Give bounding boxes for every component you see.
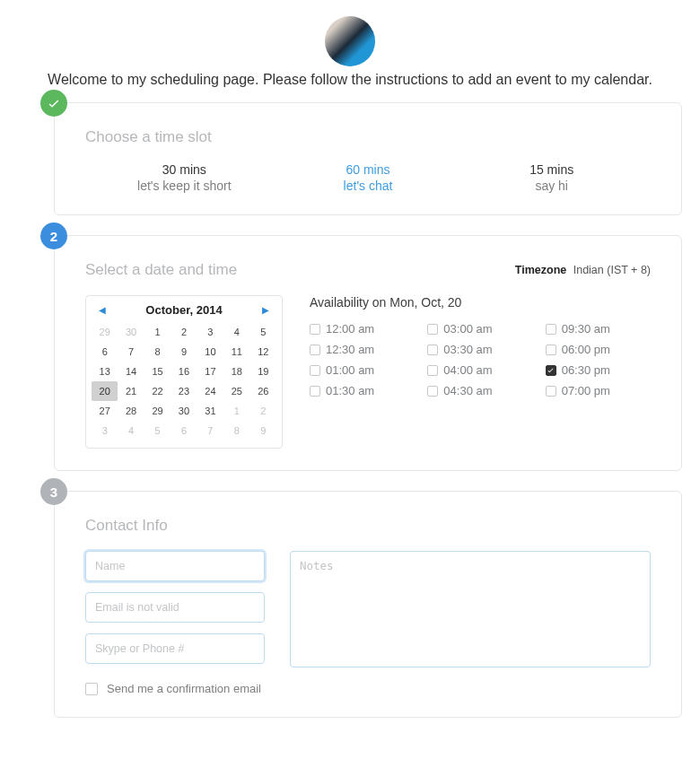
calendar-day[interactable]: 25 — [223, 381, 249, 401]
calendar-day[interactable]: 1 — [223, 401, 249, 421]
time-label: 03:30 am — [443, 343, 492, 356]
calendar-next-icon[interactable]: ▶ — [258, 305, 273, 315]
calendar-day[interactable]: 2 — [171, 322, 197, 342]
calendar-day[interactable]: 2 — [250, 401, 276, 421]
time-option[interactable]: 04:00 am — [427, 363, 532, 377]
calendar-day[interactable]: 6 — [92, 342, 118, 362]
calendar-day[interactable]: 24 — [197, 381, 223, 401]
calendar-day[interactable]: 4 — [223, 322, 249, 342]
confirmation-checkbox[interactable]: Send me a confirmation email — [85, 682, 651, 695]
time-option[interactable]: 01:30 am — [310, 384, 415, 397]
calendar-day[interactable]: 12 — [250, 342, 276, 362]
calendar-day[interactable]: 11 — [223, 342, 249, 362]
timezone-label: Timezone — [515, 264, 566, 276]
time-label: 04:00 am — [443, 363, 492, 377]
checkbox-icon — [310, 345, 320, 355]
time-label: 03:00 am — [443, 322, 492, 336]
time-label: 04:30 am — [443, 384, 492, 397]
calendar-day[interactable]: 3 — [197, 322, 223, 342]
checkbox-icon — [310, 324, 320, 335]
time-slot-2[interactable]: 15 minssay hi — [459, 162, 643, 193]
calendar-day[interactable]: 18 — [223, 362, 249, 381]
calendar: ◀ October, 2014 ▶ 2930123456789101112131… — [85, 295, 283, 449]
calendar-day[interactable]: 4 — [118, 421, 144, 441]
calendar-day[interactable]: 9 — [171, 342, 197, 362]
phone-input[interactable] — [85, 633, 265, 664]
time-option[interactable]: 01:00 am — [310, 363, 415, 377]
name-input[interactable] — [85, 551, 265, 581]
calendar-day[interactable]: 14 — [118, 362, 144, 381]
time-label: 09:30 am — [562, 322, 610, 336]
calendar-day[interactable]: 16 — [171, 362, 197, 381]
time-option[interactable]: 07:00 pm — [546, 384, 651, 397]
calendar-day[interactable]: 28 — [118, 401, 144, 421]
timezone[interactable]: Timezone Indian (IST + 8) — [515, 264, 651, 276]
slot-sub: let's chat — [276, 179, 460, 193]
calendar-day[interactable]: 27 — [92, 401, 118, 421]
calendar-day[interactable]: 30 — [171, 401, 197, 421]
calendar-day[interactable]: 31 — [197, 401, 223, 421]
time-label: 01:30 am — [326, 384, 374, 397]
time-option[interactable]: 12:00 am — [310, 322, 415, 336]
calendar-prev-icon[interactable]: ◀ — [95, 305, 109, 315]
notes-input[interactable] — [290, 551, 651, 667]
calendar-day[interactable]: 13 — [92, 362, 118, 381]
calendar-day[interactable]: 8 — [144, 342, 171, 362]
step-3: 3 Contact Info Send me a confirmation em… — [18, 491, 682, 718]
time-option[interactable]: 03:30 am — [427, 343, 532, 356]
calendar-day[interactable]: 7 — [197, 421, 223, 441]
time-label: 07:00 pm — [562, 384, 610, 397]
calendar-day[interactable]: 5 — [250, 322, 276, 342]
checkbox-icon — [310, 365, 320, 376]
time-slot-0[interactable]: 30 minslet's keep it short — [92, 162, 276, 193]
checkbox-icon — [427, 386, 438, 397]
calendar-day[interactable]: 6 — [171, 421, 197, 441]
checkbox-icon — [427, 345, 438, 355]
step-2: 2 Select a date and time Timezone Indian… — [18, 235, 682, 471]
calendar-day[interactable]: 29 — [92, 322, 118, 342]
time-option[interactable]: 09:30 am — [546, 322, 651, 336]
calendar-day[interactable]: 5 — [144, 421, 171, 441]
calendar-day[interactable]: 7 — [118, 342, 144, 362]
calendar-day[interactable]: 3 — [92, 421, 118, 441]
time-label: 12:00 am — [326, 322, 374, 336]
calendar-day[interactable]: 15 — [144, 362, 171, 381]
time-slot-1[interactable]: 60 minslet's chat — [276, 162, 460, 193]
checkbox-icon — [85, 683, 98, 695]
calendar-day[interactable]: 1 — [144, 322, 171, 342]
confirmation-label: Send me a confirmation email — [107, 682, 261, 695]
slot-duration: 30 mins — [92, 162, 276, 177]
checkbox-icon — [310, 386, 320, 397]
checkbox-icon — [427, 324, 438, 335]
step-1-badge-check-icon — [40, 90, 67, 117]
calendar-day[interactable]: 23 — [171, 381, 197, 401]
time-option[interactable]: 06:00 pm — [546, 343, 651, 356]
calendar-day[interactable]: 26 — [250, 381, 276, 401]
calendar-day[interactable]: 8 — [223, 421, 249, 441]
welcome-text: Welcome to my scheduling page. Please fo… — [0, 72, 700, 88]
calendar-day[interactable]: 9 — [250, 421, 276, 441]
calendar-day[interactable]: 19 — [250, 362, 276, 381]
calendar-day[interactable]: 17 — [197, 362, 223, 381]
calendar-day[interactable]: 22 — [144, 381, 171, 401]
time-label: 12:30 am — [326, 343, 374, 356]
time-option[interactable]: 03:00 am — [427, 322, 532, 336]
timezone-value: Indian (IST + 8) — [573, 264, 651, 276]
avatar — [325, 16, 375, 66]
slot-duration: 15 mins — [459, 162, 643, 177]
step-1-title: Choose a time slot — [85, 128, 651, 146]
time-option[interactable]: 12:30 am — [310, 343, 415, 356]
calendar-day[interactable]: 30 — [118, 322, 144, 342]
availability: Availability on Mon, Oct, 20 12:00 am03:… — [310, 295, 651, 449]
calendar-day[interactable]: 10 — [197, 342, 223, 362]
calendar-day[interactable]: 20 — [92, 381, 118, 401]
calendar-day[interactable]: 21 — [118, 381, 144, 401]
time-label: 06:00 pm — [562, 343, 610, 356]
time-label: 06:30 pm — [562, 363, 610, 377]
availability-title: Availability on Mon, Oct, 20 — [310, 295, 651, 310]
time-option[interactable]: 06:30 pm — [546, 363, 651, 377]
calendar-day[interactable]: 29 — [144, 401, 171, 421]
step-3-badge: 3 — [40, 478, 67, 505]
time-option[interactable]: 04:30 am — [427, 384, 532, 397]
email-input[interactable] — [85, 592, 265, 623]
